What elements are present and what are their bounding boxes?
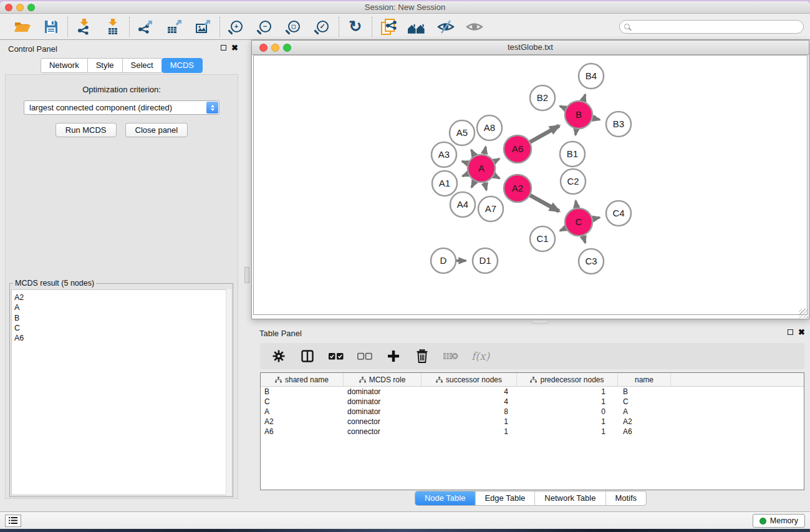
delete-column-icon[interactable] (414, 347, 430, 365)
graph-edge-A-A5[interactable] (471, 150, 475, 156)
criterion-select[interactable]: largest connected component (directed) (24, 100, 219, 115)
graph-edge-C-C4[interactable] (592, 218, 599, 219)
float-panel-icon[interactable] (221, 45, 226, 51)
graph-edge-B-B4[interactable] (583, 95, 585, 102)
tab-mcds[interactable]: MCDS (162, 58, 203, 73)
deselect-all-icon[interactable] (357, 347, 373, 365)
table-row[interactable]: A2connector11A2 (261, 417, 804, 427)
delete-table-icon[interactable] (443, 347, 459, 365)
result-item[interactable]: A6 (14, 333, 231, 343)
tab-edge-table[interactable]: Edge Table (475, 491, 535, 505)
table-cell: B (618, 387, 671, 396)
graph-edge-C-C1[interactable] (560, 228, 566, 231)
export-image-icon[interactable] (193, 17, 213, 37)
graph-node-label: B2 (537, 92, 548, 103)
select-all-icon[interactable] (328, 347, 344, 365)
result-item[interactable]: B (14, 313, 231, 323)
network-graph[interactable]: B4B2BB3A8A5A6B1A3AC2A1A2A4A7C4CC1C3DD1 (254, 56, 809, 314)
memory-button[interactable]: Memory (753, 514, 805, 528)
import-network-icon[interactable] (74, 17, 94, 37)
minimize-window-button[interactable] (16, 4, 24, 11)
tab-node-table[interactable]: Node Table (415, 491, 476, 505)
mcds-result-list[interactable]: A2ABCA6 (11, 289, 231, 495)
result-list-scrollbar[interactable] (226, 289, 231, 495)
task-history-button[interactable] (5, 515, 21, 527)
zoom-fit-icon[interactable]: ▢ (284, 17, 304, 37)
zoom-out-icon[interactable]: − (255, 17, 275, 37)
function-builder-icon[interactable]: f(x) (471, 347, 489, 365)
graph-edge-A2-C[interactable] (530, 195, 559, 211)
column-header-predecessor-nodes[interactable]: predecessor nodes (517, 373, 618, 386)
search-box[interactable] (619, 20, 804, 34)
table-cell: 8 (422, 407, 517, 416)
float-panel-icon[interactable] (788, 329, 793, 335)
close-panel-icon[interactable]: ✖ (798, 329, 805, 335)
zoom-in-icon[interactable]: + (226, 17, 246, 37)
table-row[interactable]: Bdominator41B (261, 387, 804, 397)
result-item[interactable]: A2 (14, 293, 231, 302)
network-minimize-button[interactable] (271, 44, 279, 52)
search-input[interactable] (633, 22, 789, 31)
export-network-icon[interactable] (136, 17, 156, 37)
result-item[interactable]: A (14, 302, 231, 312)
graph-edge-A-A3[interactable] (462, 162, 468, 163)
node-table[interactable]: shared nameMCDS rolesuccessor nodesprede… (260, 372, 804, 490)
window-resize-grip[interactable] (799, 309, 808, 318)
network-zoom-button[interactable] (283, 44, 291, 52)
show-graphics-details-icon[interactable] (465, 17, 485, 37)
show-all-networks-icon[interactable] (407, 17, 427, 37)
vertical-splitter[interactable] (243, 40, 251, 511)
graph-edge-C-C2[interactable] (576, 201, 577, 208)
table-row[interactable]: A6connector11A6 (261, 427, 804, 437)
close-panel-icon[interactable]: ✖ (231, 45, 238, 51)
table-cell: 1 (517, 387, 618, 396)
new-network-from-selection-icon[interactable] (378, 17, 398, 37)
graph-edge-C-C3[interactable] (583, 236, 586, 243)
zoom-selected-icon[interactable]: ✓ (312, 17, 332, 37)
graph-edge-A-A7[interactable] (485, 182, 486, 190)
graph-edge-A-A6[interactable] (494, 159, 499, 162)
combo-stepper-icon[interactable] (206, 102, 218, 114)
table-row[interactable]: Cdominator41C (261, 397, 804, 407)
splitter-grip[interactable] (532, 320, 548, 324)
tab-network-table[interactable]: Network Table (535, 491, 605, 505)
split-columns-icon[interactable] (299, 347, 316, 365)
zoom-window-button[interactable] (27, 4, 35, 11)
export-table-icon[interactable] (165, 17, 185, 37)
apply-layout-icon[interactable]: ↻ (345, 17, 365, 37)
graph-edge-A-A4[interactable] (471, 181, 475, 187)
import-table-icon[interactable] (103, 17, 123, 37)
graph-edge-B-B2[interactable] (560, 106, 566, 109)
hide-graphics-details-icon[interactable] (436, 17, 456, 37)
graph-edge-A-A1[interactable] (463, 174, 468, 177)
open-session-icon[interactable] (12, 17, 32, 37)
column-header-mcds-role[interactable]: MCDS role (344, 373, 422, 386)
graph-node-label: A7 (485, 203, 496, 214)
graph-edge-A-A8[interactable] (485, 147, 486, 154)
graph-edge-A-A2[interactable] (494, 175, 499, 178)
column-header-successor-nodes[interactable]: successor nodes (422, 373, 517, 386)
tab-network[interactable]: Network (41, 58, 87, 73)
table-settings-icon[interactable] (271, 347, 287, 365)
table-cell: 4 (422, 397, 517, 406)
tab-motifs[interactable]: Motifs (605, 491, 646, 505)
network-close-button[interactable] (259, 44, 268, 52)
add-column-icon[interactable] (385, 347, 402, 365)
run-mcds-button[interactable]: Run MCDS (55, 123, 117, 137)
graph-edge-B-B3[interactable] (592, 118, 599, 120)
column-header-name[interactable]: name (618, 373, 671, 386)
table-row[interactable]: Adominator80A (261, 407, 804, 417)
result-item[interactable]: C (14, 323, 231, 333)
graph-edge-A6-B[interactable] (530, 126, 559, 142)
tab-select[interactable]: Select (122, 58, 162, 73)
column-header-shared-name[interactable]: shared name (261, 373, 344, 386)
splitter-grip[interactable] (244, 267, 249, 283)
network-canvas[interactable]: B4B2BB3A8A5A6B1A3AC2A1A2A4A7C4CC1C3DD1 (253, 55, 808, 315)
save-session-icon[interactable] (41, 17, 61, 37)
close-panel-button[interactable]: Close panel (125, 123, 188, 137)
graph-edge-B-B1[interactable] (576, 129, 577, 135)
control-panel-tabs: NetworkStyleSelectMCDS (0, 58, 243, 73)
horizontal-splitter[interactable] (251, 319, 810, 324)
close-window-button[interactable] (5, 4, 12, 11)
tab-style[interactable]: Style (87, 58, 122, 73)
